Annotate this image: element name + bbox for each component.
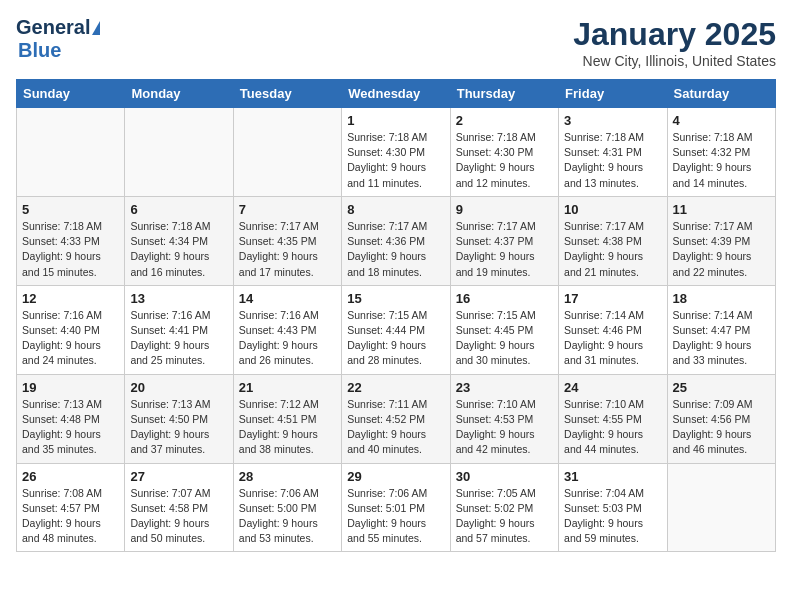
- calendar-cell: 7Sunrise: 7:17 AMSunset: 4:35 PMDaylight…: [233, 196, 341, 285]
- dow-header-thursday: Thursday: [450, 80, 558, 108]
- day-number: 8: [347, 202, 444, 217]
- calendar-cell: 10Sunrise: 7:17 AMSunset: 4:38 PMDayligh…: [559, 196, 667, 285]
- calendar-cell: 6Sunrise: 7:18 AMSunset: 4:34 PMDaylight…: [125, 196, 233, 285]
- day-info: Sunrise: 7:17 AMSunset: 4:37 PMDaylight:…: [456, 219, 553, 280]
- day-info: Sunrise: 7:16 AMSunset: 4:40 PMDaylight:…: [22, 308, 119, 369]
- day-info: Sunrise: 7:18 AMSunset: 4:30 PMDaylight:…: [347, 130, 444, 191]
- month-title: January 2025: [573, 16, 776, 53]
- calendar-cell: 1Sunrise: 7:18 AMSunset: 4:30 PMDaylight…: [342, 108, 450, 197]
- location-text: New City, Illinois, United States: [573, 53, 776, 69]
- calendar-cell: 5Sunrise: 7:18 AMSunset: 4:33 PMDaylight…: [17, 196, 125, 285]
- calendar-cell: 20Sunrise: 7:13 AMSunset: 4:50 PMDayligh…: [125, 374, 233, 463]
- calendar-cell: 4Sunrise: 7:18 AMSunset: 4:32 PMDaylight…: [667, 108, 775, 197]
- day-number: 13: [130, 291, 227, 306]
- day-info: Sunrise: 7:14 AMSunset: 4:47 PMDaylight:…: [673, 308, 770, 369]
- calendar-cell: [125, 108, 233, 197]
- calendar-cell: 26Sunrise: 7:08 AMSunset: 4:57 PMDayligh…: [17, 463, 125, 552]
- calendar-cell: 11Sunrise: 7:17 AMSunset: 4:39 PMDayligh…: [667, 196, 775, 285]
- day-info: Sunrise: 7:18 AMSunset: 4:33 PMDaylight:…: [22, 219, 119, 280]
- day-number: 3: [564, 113, 661, 128]
- day-number: 6: [130, 202, 227, 217]
- day-info: Sunrise: 7:13 AMSunset: 4:50 PMDaylight:…: [130, 397, 227, 458]
- day-number: 12: [22, 291, 119, 306]
- day-number: 11: [673, 202, 770, 217]
- day-info: Sunrise: 7:05 AMSunset: 5:02 PMDaylight:…: [456, 486, 553, 547]
- day-number: 21: [239, 380, 336, 395]
- calendar-cell: [667, 463, 775, 552]
- day-info: Sunrise: 7:17 AMSunset: 4:38 PMDaylight:…: [564, 219, 661, 280]
- day-info: Sunrise: 7:06 AMSunset: 5:00 PMDaylight:…: [239, 486, 336, 547]
- calendar-cell: 2Sunrise: 7:18 AMSunset: 4:30 PMDaylight…: [450, 108, 558, 197]
- calendar-cell: 18Sunrise: 7:14 AMSunset: 4:47 PMDayligh…: [667, 285, 775, 374]
- day-number: 20: [130, 380, 227, 395]
- day-info: Sunrise: 7:16 AMSunset: 4:41 PMDaylight:…: [130, 308, 227, 369]
- day-number: 17: [564, 291, 661, 306]
- calendar-cell: 31Sunrise: 7:04 AMSunset: 5:03 PMDayligh…: [559, 463, 667, 552]
- title-block: January 2025 New City, Illinois, United …: [573, 16, 776, 69]
- day-info: Sunrise: 7:04 AMSunset: 5:03 PMDaylight:…: [564, 486, 661, 547]
- logo: General Blue: [16, 16, 100, 62]
- day-number: 31: [564, 469, 661, 484]
- calendar-cell: 27Sunrise: 7:07 AMSunset: 4:58 PMDayligh…: [125, 463, 233, 552]
- dow-header-tuesday: Tuesday: [233, 80, 341, 108]
- day-number: 18: [673, 291, 770, 306]
- day-info: Sunrise: 7:16 AMSunset: 4:43 PMDaylight:…: [239, 308, 336, 369]
- logo-blue-text: Blue: [18, 39, 61, 61]
- calendar-cell: 3Sunrise: 7:18 AMSunset: 4:31 PMDaylight…: [559, 108, 667, 197]
- calendar-cell: 8Sunrise: 7:17 AMSunset: 4:36 PMDaylight…: [342, 196, 450, 285]
- day-number: 24: [564, 380, 661, 395]
- day-number: 4: [673, 113, 770, 128]
- day-info: Sunrise: 7:18 AMSunset: 4:32 PMDaylight:…: [673, 130, 770, 191]
- calendar-cell: 15Sunrise: 7:15 AMSunset: 4:44 PMDayligh…: [342, 285, 450, 374]
- day-info: Sunrise: 7:17 AMSunset: 4:35 PMDaylight:…: [239, 219, 336, 280]
- day-info: Sunrise: 7:15 AMSunset: 4:44 PMDaylight:…: [347, 308, 444, 369]
- day-info: Sunrise: 7:10 AMSunset: 4:53 PMDaylight:…: [456, 397, 553, 458]
- calendar-cell: 24Sunrise: 7:10 AMSunset: 4:55 PMDayligh…: [559, 374, 667, 463]
- calendar-cell: [233, 108, 341, 197]
- day-info: Sunrise: 7:11 AMSunset: 4:52 PMDaylight:…: [347, 397, 444, 458]
- dow-header-friday: Friday: [559, 80, 667, 108]
- calendar-cell: 12Sunrise: 7:16 AMSunset: 4:40 PMDayligh…: [17, 285, 125, 374]
- day-number: 30: [456, 469, 553, 484]
- day-number: 27: [130, 469, 227, 484]
- day-info: Sunrise: 7:09 AMSunset: 4:56 PMDaylight:…: [673, 397, 770, 458]
- day-number: 14: [239, 291, 336, 306]
- day-info: Sunrise: 7:15 AMSunset: 4:45 PMDaylight:…: [456, 308, 553, 369]
- page-header: General Blue January 2025 New City, Illi…: [16, 16, 776, 69]
- day-number: 5: [22, 202, 119, 217]
- day-info: Sunrise: 7:17 AMSunset: 4:39 PMDaylight:…: [673, 219, 770, 280]
- day-info: Sunrise: 7:06 AMSunset: 5:01 PMDaylight:…: [347, 486, 444, 547]
- day-number: 19: [22, 380, 119, 395]
- day-number: 10: [564, 202, 661, 217]
- day-number: 23: [456, 380, 553, 395]
- dow-header-wednesday: Wednesday: [342, 80, 450, 108]
- day-number: 2: [456, 113, 553, 128]
- day-number: 16: [456, 291, 553, 306]
- day-info: Sunrise: 7:07 AMSunset: 4:58 PMDaylight:…: [130, 486, 227, 547]
- calendar-cell: 9Sunrise: 7:17 AMSunset: 4:37 PMDaylight…: [450, 196, 558, 285]
- logo-general-text: General: [16, 16, 90, 39]
- logo-triangle-icon: [92, 21, 100, 35]
- day-info: Sunrise: 7:18 AMSunset: 4:30 PMDaylight:…: [456, 130, 553, 191]
- calendar-cell: 23Sunrise: 7:10 AMSunset: 4:53 PMDayligh…: [450, 374, 558, 463]
- day-info: Sunrise: 7:13 AMSunset: 4:48 PMDaylight:…: [22, 397, 119, 458]
- day-number: 22: [347, 380, 444, 395]
- day-number: 26: [22, 469, 119, 484]
- day-info: Sunrise: 7:10 AMSunset: 4:55 PMDaylight:…: [564, 397, 661, 458]
- day-info: Sunrise: 7:17 AMSunset: 4:36 PMDaylight:…: [347, 219, 444, 280]
- day-info: Sunrise: 7:18 AMSunset: 4:34 PMDaylight:…: [130, 219, 227, 280]
- calendar-table: SundayMondayTuesdayWednesdayThursdayFrid…: [16, 79, 776, 552]
- calendar-cell: 17Sunrise: 7:14 AMSunset: 4:46 PMDayligh…: [559, 285, 667, 374]
- day-number: 9: [456, 202, 553, 217]
- calendar-cell: 21Sunrise: 7:12 AMSunset: 4:51 PMDayligh…: [233, 374, 341, 463]
- calendar-cell: 30Sunrise: 7:05 AMSunset: 5:02 PMDayligh…: [450, 463, 558, 552]
- day-number: 7: [239, 202, 336, 217]
- day-number: 25: [673, 380, 770, 395]
- day-info: Sunrise: 7:14 AMSunset: 4:46 PMDaylight:…: [564, 308, 661, 369]
- calendar-cell: 19Sunrise: 7:13 AMSunset: 4:48 PMDayligh…: [17, 374, 125, 463]
- dow-header-saturday: Saturday: [667, 80, 775, 108]
- day-number: 29: [347, 469, 444, 484]
- calendar-cell: 25Sunrise: 7:09 AMSunset: 4:56 PMDayligh…: [667, 374, 775, 463]
- day-number: 28: [239, 469, 336, 484]
- calendar-cell: 22Sunrise: 7:11 AMSunset: 4:52 PMDayligh…: [342, 374, 450, 463]
